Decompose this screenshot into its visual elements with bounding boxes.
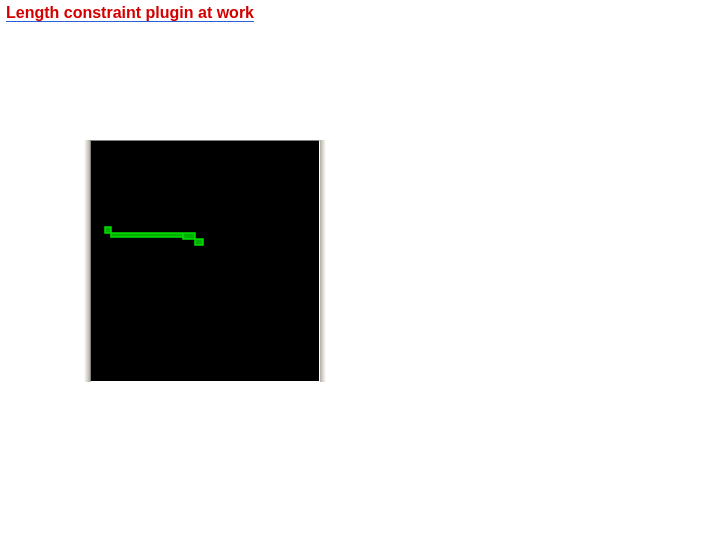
section-title: Length constraint plugin at work <box>6 4 254 22</box>
routed-trace <box>105 227 203 245</box>
right-scroll-rail[interactable] <box>320 140 326 382</box>
pcb-canvas[interactable] <box>91 141 319 381</box>
trace-overlay <box>91 141 319 381</box>
pcb-viewer-panel <box>84 140 326 382</box>
canvas-frame <box>90 140 320 382</box>
